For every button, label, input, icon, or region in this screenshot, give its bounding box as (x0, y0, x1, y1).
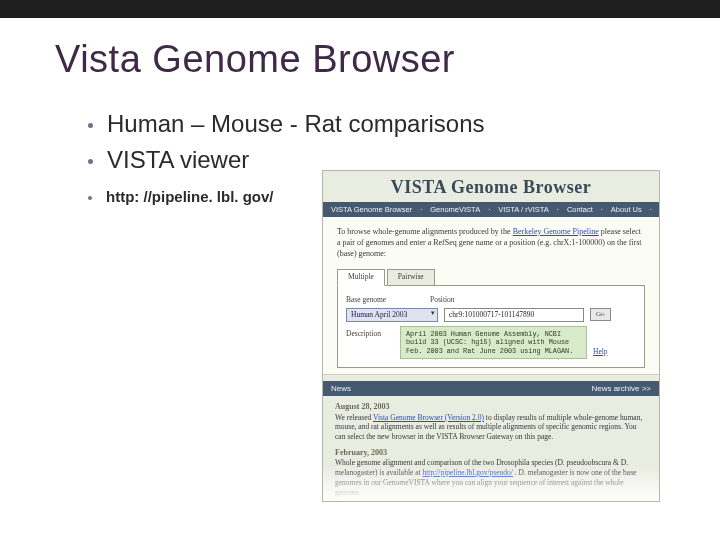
tab-pairwise[interactable]: Pairwise (387, 269, 435, 285)
nav-link[interactable]: GenomeVISTA (430, 205, 480, 214)
site-nav: VISTA Genome Browser · GenomeVISTA · VIS… (323, 202, 659, 217)
bullet-text: Human – Mouse - Rat comparisons (107, 110, 484, 138)
news-label: News (331, 384, 351, 393)
help-link[interactable]: Help (593, 347, 608, 359)
intro-link[interactable]: Berkeley Genome Pipeline (513, 227, 599, 236)
tab-strip: Multiple Pairwise (337, 269, 645, 285)
news-text: We released (335, 413, 373, 422)
intro-block: To browse whole-genome alignments produc… (323, 217, 659, 375)
position-label: Position (430, 295, 455, 305)
bullet-text: VISTA viewer (107, 146, 249, 174)
slide-title: Vista Genome Browser (55, 38, 455, 81)
description-text: April 2003 Human Genome Assembly, NCBI b… (400, 326, 587, 359)
news-archive-link[interactable]: News archive >> (591, 384, 651, 393)
nav-link[interactable]: Contact (567, 205, 593, 214)
news-link[interactable]: Vista Genome Browser (Version 2.0) (373, 413, 484, 422)
intro-text: To browse whole-genome alignments produc… (337, 227, 513, 236)
nav-link[interactable]: VISTA / rVISTA (498, 205, 549, 214)
news-date: February, 2003 (335, 448, 647, 458)
bullet-dot-icon (88, 196, 92, 200)
news-item: Whole genome alignment and comparison of… (335, 458, 647, 497)
position-input[interactable]: chr9:101000717-101147890 (444, 308, 584, 322)
news-item: We released Vista Genome Browser (Versio… (335, 413, 647, 442)
nav-link[interactable]: About Us (611, 205, 642, 214)
bullet-dot-icon (88, 159, 93, 164)
nav-link[interactable]: VISTA Genome Browser (331, 205, 412, 214)
bullet-url: http: //pipeline. lbl. gov/ (106, 188, 274, 205)
embedded-screenshot: VISTA Genome Browser VISTA Genome Browse… (322, 170, 660, 502)
bullet-item: Human – Mouse - Rat comparisons (88, 110, 648, 138)
go-button[interactable]: Go (590, 308, 611, 321)
description-label: Description (346, 326, 394, 339)
query-form: Base genome Position Human April 2003 ch… (337, 285, 645, 369)
news-header: News News archive >> (323, 381, 659, 396)
base-genome-label: Base genome (346, 295, 424, 305)
site-heading: VISTA Genome Browser (323, 171, 659, 202)
slide-top-bar (0, 0, 720, 18)
base-genome-select[interactable]: Human April 2003 (346, 308, 438, 322)
news-link[interactable]: http://pipeline.lbl.gov/pseudo/ (422, 468, 512, 477)
bullet-dot-icon (88, 123, 93, 128)
news-body: August 28, 2003 We released Vista Genome… (323, 396, 659, 502)
tab-multiple[interactable]: Multiple (337, 269, 385, 285)
news-date: August 28, 2003 (335, 402, 647, 412)
